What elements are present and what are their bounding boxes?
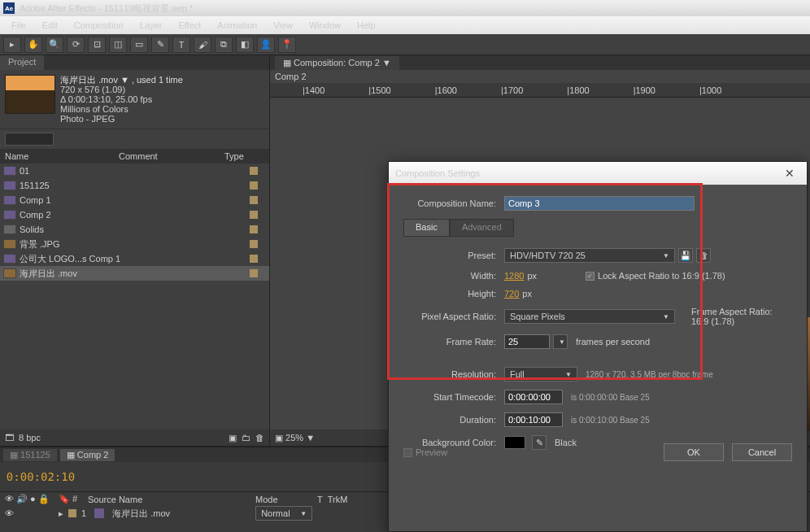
asset-dims: 720 x 576 (1.09)	[60, 85, 183, 94]
eraser-tool[interactable]: ◧	[236, 37, 254, 53]
item-label-color[interactable]	[250, 181, 258, 190]
menu-edit[interactable]: Edit	[34, 20, 66, 30]
project-item-list: 01151125Comp 1Comp 2Solids背景 .JPG公司大 LOG…	[0, 164, 269, 430]
pen-tool[interactable]: ✎	[151, 37, 169, 53]
cancel-button[interactable]: Cancel	[732, 443, 792, 461]
menu-animation[interactable]: Animation	[209, 20, 265, 30]
layer-mode-select[interactable]: Normal▼	[255, 506, 312, 521]
menu-composition[interactable]: Composition	[66, 20, 132, 30]
col-mode[interactable]: Mode	[255, 495, 312, 504]
comp-subtab[interactable]: Comp 2	[275, 72, 307, 81]
project-search-input[interactable]	[5, 133, 54, 146]
project-item[interactable]: 背景 .JPG	[0, 237, 269, 251]
item-label-color[interactable]	[250, 240, 258, 248]
preset-select[interactable]: HDV/HDTV 720 25▼	[504, 248, 675, 263]
col-type[interactable]: Type	[224, 151, 257, 161]
lock-aspect-checkbox[interactable]: ✓	[586, 272, 594, 281]
roto-tool[interactable]: 👤	[257, 37, 275, 53]
zoom-dropdown[interactable]: ▣ 25% ▼	[275, 433, 315, 443]
ok-button[interactable]: OK	[664, 443, 724, 461]
window-title: Adobe After Effects - 151119电视背景.aep *	[20, 2, 193, 15]
item-label-color[interactable]	[250, 269, 258, 277]
selection-tool[interactable]: ▸	[3, 37, 21, 53]
col-comment[interactable]: Comment	[119, 151, 224, 161]
res-select[interactable]: Full▼	[504, 367, 577, 382]
bpc-toggle[interactable]: 8 bpc	[19, 433, 41, 443]
menu-file[interactable]: File	[3, 20, 34, 30]
project-item[interactable]: 海岸日出 .mov	[0, 266, 269, 281]
duration-input[interactable]	[504, 412, 563, 427]
new-folder-icon[interactable]: 🗀	[242, 433, 250, 443]
start-timecode-input[interactable]	[504, 390, 563, 404]
project-item[interactable]: Comp 2	[0, 207, 269, 222]
delete-icon[interactable]: 🗑	[255, 433, 264, 443]
project-item[interactable]: Solids	[0, 222, 269, 237]
ruler-tick: |1400	[303, 85, 324, 95]
height-value[interactable]: 720	[504, 289, 519, 299]
save-preset-icon[interactable]: 💾	[678, 248, 693, 263]
ruler-tick: |1700	[501, 85, 523, 95]
comp-icon	[3, 210, 16, 220]
item-label-color[interactable]	[250, 196, 258, 204]
width-label: Width:	[403, 271, 504, 281]
dialog-title: Composition Settings	[395, 168, 480, 178]
item-label-color[interactable]	[250, 225, 258, 233]
timeline-tab[interactable]: ▦ Comp 2	[60, 449, 115, 461]
col-source[interactable]: Source Name	[88, 495, 250, 504]
pan-behind-tool[interactable]: ◫	[109, 37, 127, 53]
comp-icon	[3, 181, 16, 190]
brush-tool[interactable]: 🖌	[194, 37, 211, 53]
timeline-tab[interactable]: ▦ 151125	[3, 449, 57, 461]
rotate-tool[interactable]: ⟳	[67, 37, 85, 53]
project-item[interactable]: 151125	[0, 178, 269, 193]
project-tab[interactable]: Project	[0, 55, 44, 70]
item-label: 01	[20, 166, 29, 176]
menu-effect[interactable]: Effect	[170, 20, 209, 30]
zoom-tool[interactable]: 🔍	[46, 37, 63, 53]
ruler-tick: |1800	[567, 85, 589, 95]
comp-icon	[3, 195, 16, 205]
hand-tool[interactable]: ✋	[24, 37, 42, 53]
item-label-color[interactable]	[250, 211, 258, 219]
col-name[interactable]: Name	[5, 151, 119, 161]
visibility-toggle[interactable]: 👁	[3, 508, 15, 518]
comp-icon	[3, 254, 16, 264]
preset-label: Preset:	[403, 251, 504, 260]
preview-checkbox[interactable]	[403, 448, 412, 457]
comp-name-input[interactable]	[504, 196, 695, 211]
layer-name[interactable]: 海岸日出 .mov	[112, 508, 250, 520]
new-comp-icon[interactable]: ▣	[229, 433, 237, 443]
current-timecode[interactable]: 0:00:02:10	[0, 462, 81, 491]
fps-input[interactable]	[504, 334, 550, 349]
width-value[interactable]: 1280	[504, 271, 524, 281]
item-label-color[interactable]	[250, 255, 258, 263]
start-note: is 0:00:00:00 Base 25	[571, 393, 650, 402]
item-label: Comp 2	[20, 210, 51, 220]
folder-icon	[3, 225, 16, 234]
text-tool[interactable]: T	[172, 37, 190, 53]
mask-tool[interactable]: ▭	[130, 37, 148, 53]
project-item[interactable]: Comp 1	[0, 193, 269, 207]
comp-icon	[3, 166, 16, 176]
composition-panel-tab[interactable]: ▦ Composition: Comp 2 ▼	[275, 56, 399, 70]
project-item[interactable]: 01	[0, 164, 269, 178]
menu-layer[interactable]: Layer	[132, 20, 171, 30]
project-item[interactable]: 公司大 LOGO...s Comp 1	[0, 251, 269, 266]
close-icon[interactable]: ✕	[779, 166, 800, 181]
tab-basic[interactable]: Basic	[403, 219, 450, 237]
menu-help[interactable]: Help	[349, 20, 384, 30]
layer-color-label[interactable]	[68, 509, 76, 517]
clone-tool[interactable]: ⧉	[215, 37, 233, 53]
delete-preset-icon[interactable]: 🗑	[696, 248, 711, 263]
par-select[interactable]: Square Pixels▼	[504, 309, 675, 324]
fps-dropdown[interactable]: ▼	[553, 334, 568, 349]
item-label-color[interactable]	[250, 167, 258, 175]
menu-view[interactable]: View	[265, 20, 301, 30]
puppet-tool[interactable]: 📍	[278, 37, 296, 53]
menu-window[interactable]: Window	[301, 20, 349, 30]
layer-index: 1	[81, 508, 86, 518]
interpret-footage-icon[interactable]: 🗔	[5, 433, 14, 443]
expand-triangle[interactable]: ▸	[59, 508, 63, 519]
camera-tool[interactable]: ⊡	[88, 37, 106, 53]
tab-advanced[interactable]: Advanced	[450, 219, 514, 237]
